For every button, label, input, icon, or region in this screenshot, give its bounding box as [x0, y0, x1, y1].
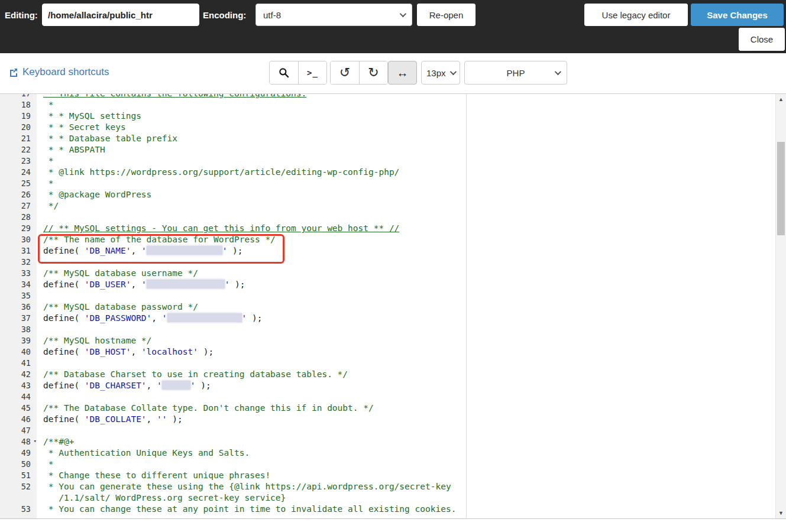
code-line[interactable]: 45/** The Database Collate type. Don't c…: [0, 403, 466, 414]
code-line[interactable]: 44: [0, 391, 466, 403]
line-number: 36: [0, 301, 37, 313]
line-number: 41: [0, 358, 37, 369]
code-line[interactable]: 51 * Change these to different unique ph…: [0, 470, 466, 481]
code-line[interactable]: 18 *: [0, 99, 466, 111]
code-line[interactable]: 21 * * Database table prefix: [0, 133, 466, 144]
code-text: /** The name of the database for WordPre…: [37, 234, 466, 245]
line-number: 24: [0, 167, 37, 178]
code-line[interactable]: 23 *: [0, 155, 466, 167]
code-line[interactable]: 52 * You can generate these using the {@…: [0, 481, 466, 504]
reopen-button[interactable]: Re-open: [417, 4, 476, 26]
scroll-up-arrow-icon[interactable]: ▲: [776, 95, 786, 103]
code-line[interactable]: 30/** The name of the database for WordP…: [0, 234, 466, 245]
encoding-label: Encoding:: [203, 10, 246, 20]
search-button[interactable]: [270, 61, 298, 84]
redacted-value: [147, 246, 222, 255]
line-number: 38: [0, 324, 37, 335]
code-text: define( 'DB_USER', '' );: [37, 279, 466, 290]
code-line[interactable]: 49 * Authentication Unique Keys and Salt…: [0, 447, 466, 459]
redacted-value: [167, 313, 242, 322]
code-line[interactable]: 34define( 'DB_USER', '' );: [0, 279, 466, 290]
line-number: 34: [0, 279, 37, 290]
vertical-scrollbar[interactable]: ▲ ▼: [775, 94, 786, 518]
code-text: /** MySQL hostname */: [37, 335, 466, 346]
close-button[interactable]: Close: [739, 28, 785, 51]
legacy-editor-button[interactable]: Use legacy editor: [584, 4, 688, 26]
code-text: [37, 212, 466, 223]
save-changes-button[interactable]: Save Changes: [691, 4, 784, 26]
code-line[interactable]: 36/** MySQL database password */: [0, 301, 466, 313]
line-number: 29: [0, 223, 37, 234]
code-text: *: [37, 155, 466, 167]
code-line[interactable]: 46define( 'DB_COLLATE', '' );: [0, 414, 466, 425]
code-text: [37, 425, 466, 436]
terminal-button[interactable]: >_: [298, 61, 326, 84]
code-text: * Change these to different unique phras…: [37, 470, 466, 481]
line-number: 27: [0, 200, 37, 212]
code-text: define( 'DB_NAME', '' );: [37, 245, 466, 257]
scroll-down-arrow-icon[interactable]: ▼: [776, 509, 786, 517]
code-line[interactable]: 20 * * Secret keys: [0, 122, 466, 133]
line-number: 18: [0, 99, 37, 111]
line-number: 50: [0, 459, 37, 470]
code-line[interactable]: 24 * @link https://wordpress.org/support…: [0, 167, 466, 178]
code-line[interactable]: 39/** MySQL hostname */: [0, 335, 466, 346]
code-line[interactable]: 17 * This file contains the following co…: [0, 94, 466, 99]
line-number: 30: [0, 234, 37, 245]
redo-button[interactable]: ↻: [359, 61, 387, 84]
code-line[interactable]: 38: [0, 324, 466, 335]
toggle-width-button[interactable]: ↔: [388, 61, 417, 85]
line-number: 53: [0, 504, 37, 515]
file-path-input[interactable]: [42, 4, 199, 26]
code-text: * @link https://wordpress.org/support/ar…: [37, 167, 466, 178]
editing-label: Editing:: [5, 10, 38, 20]
code-line[interactable]: 53 * You can change these at any point i…: [0, 504, 466, 515]
code-editor[interactable]: 17 * This file contains the following co…: [0, 94, 466, 515]
code-line[interactable]: 35: [0, 290, 466, 301]
line-number: 40: [0, 346, 37, 358]
code-line[interactable]: 25 *: [0, 178, 466, 189]
font-size-select[interactable]: 13px: [421, 61, 460, 85]
code-line[interactable]: 22 * * ABSPATH: [0, 144, 466, 155]
scrollbar-thumb[interactable]: [777, 142, 785, 235]
fullwidth-icon: ↔: [397, 66, 409, 80]
encoding-select[interactable]: utf-8: [255, 4, 412, 26]
code-line[interactable]: 42/** Database Charset to use in creatin…: [0, 369, 466, 380]
code-text: /** MySQL database password */: [37, 301, 466, 313]
code-line[interactable]: 48▾/**#@+: [0, 436, 466, 447]
code-line[interactable]: 32: [0, 257, 466, 268]
keyboard-shortcuts-link[interactable]: Keyboard shortcuts: [9, 66, 109, 78]
code-text: * You can generate these using the {@lin…: [37, 481, 466, 504]
external-link-icon: [9, 67, 18, 77]
code-line[interactable]: 29// ** MySQL settings - You can get thi…: [0, 223, 466, 234]
history-button-group: ↺ ↻: [330, 61, 388, 85]
line-number: 31: [0, 245, 37, 257]
code-line[interactable]: 50 *: [0, 459, 466, 470]
code-line[interactable]: 41: [0, 358, 466, 369]
code-line[interactable]: 47: [0, 425, 466, 436]
line-number: 47: [0, 425, 37, 436]
code-text: */: [37, 200, 466, 212]
code-line[interactable]: 19 * * MySQL settings: [0, 111, 466, 122]
fold-caret-icon[interactable]: ▾: [34, 439, 37, 444]
code-line[interactable]: 43define( 'DB_CHARSET', '' );: [0, 380, 466, 391]
undo-button[interactable]: ↺: [331, 61, 359, 84]
line-number: 42: [0, 369, 37, 380]
syntax-mode-select[interactable]: PHP: [464, 61, 567, 85]
code-text: *: [37, 99, 466, 111]
code-line[interactable]: 27 */: [0, 200, 466, 212]
code-line[interactable]: 40define( 'DB_HOST', 'localhost' );: [0, 346, 466, 358]
line-number: 25: [0, 178, 37, 189]
find-button-group: >_: [269, 61, 327, 85]
code-text: /** The Database Collate type. Don't cha…: [37, 403, 466, 414]
code-line[interactable]: 37define( 'DB_PASSWORD', '' );: [0, 313, 466, 324]
code-text: [37, 391, 466, 403]
code-line[interactable]: 26 * @package WordPress: [0, 189, 466, 200]
code-text: * * ABSPATH: [37, 144, 466, 155]
line-number: 52: [0, 481, 37, 504]
code-line[interactable]: 33/** MySQL database username */: [0, 268, 466, 279]
code-line[interactable]: 28: [0, 212, 466, 223]
code-text: /**#@+: [37, 436, 466, 447]
code-line[interactable]: 31define( 'DB_NAME', '' );: [0, 245, 466, 257]
code-text: [37, 257, 466, 268]
